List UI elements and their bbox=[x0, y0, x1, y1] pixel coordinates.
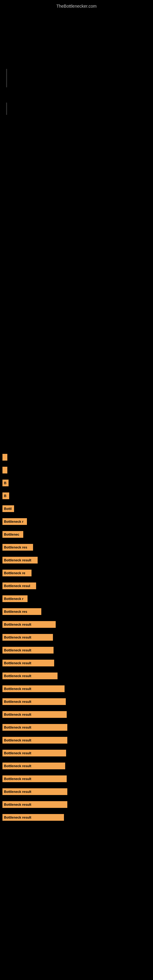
bar-row: Bottleneck re bbox=[2, 569, 67, 577]
bar-row: Bottlenec bbox=[2, 530, 67, 538]
bar-row: B bbox=[2, 492, 67, 500]
bar-label: Bottleneck result bbox=[2, 634, 53, 641]
bar-row: B bbox=[2, 479, 67, 487]
bar-row: Bottleneck result bbox=[2, 672, 67, 680]
bar-row: Bottleneck r bbox=[2, 595, 67, 603]
bar-label: Bottleneck result bbox=[2, 557, 38, 563]
bar-label: Bottleneck r bbox=[2, 595, 27, 602]
bar-label: Bottleneck res bbox=[2, 544, 33, 550]
bars-list: B B Bottl Bottleneck r Bottlenec Bottlen… bbox=[2, 453, 67, 821]
bar-row: Bottleneck result bbox=[2, 646, 67, 654]
bar-label: Bottleneck resul bbox=[2, 582, 36, 589]
bar-row: Bottleneck res bbox=[2, 543, 67, 551]
bar-label: Bottleneck result bbox=[2, 814, 64, 821]
bar-row: Bottleneck result bbox=[2, 556, 67, 564]
bar-label: Bottl bbox=[2, 505, 14, 512]
bar-label bbox=[2, 454, 7, 461]
bar-row: Bottleneck result bbox=[2, 633, 67, 641]
bar-label: Bottleneck result bbox=[2, 775, 67, 782]
bar-label: Bottlenec bbox=[2, 531, 23, 538]
bar-label: Bottleneck r bbox=[2, 518, 27, 525]
chart-area bbox=[6, 8, 147, 155]
bar-row: Bottleneck result bbox=[2, 736, 67, 744]
bar-row: Bottleneck resul bbox=[2, 582, 67, 590]
bar-label: Bottleneck result bbox=[2, 686, 65, 692]
bar-row: Bottleneck result bbox=[2, 620, 67, 628]
bar-label: Bottleneck result bbox=[2, 673, 57, 679]
bar-row: Bottleneck result bbox=[2, 685, 67, 693]
bar-label: Bottleneck result bbox=[2, 647, 54, 654]
bar-label: Bottleneck result bbox=[2, 737, 67, 744]
bar-label: Bottleneck result bbox=[2, 750, 66, 756]
bar-label: Bottleneck result bbox=[2, 698, 66, 705]
bar-row: Bottleneck result bbox=[2, 762, 67, 770]
bar-label: Bottleneck result bbox=[2, 660, 54, 667]
bar-label: B bbox=[2, 480, 9, 486]
bar-label: B bbox=[2, 492, 9, 499]
bar-row: Bottleneck result bbox=[2, 698, 67, 706]
bar-row: Bottleneck result bbox=[2, 775, 67, 783]
bar-label: Bottleneck result bbox=[2, 621, 56, 628]
bar-label: Bottleneck res bbox=[2, 608, 41, 615]
bar-label: Bottleneck result bbox=[2, 711, 67, 718]
bar-label: Bottleneck re bbox=[2, 570, 32, 576]
bar-row bbox=[2, 466, 67, 474]
bar-label: Bottleneck result bbox=[2, 801, 67, 808]
bar-label: Bottleneck result bbox=[2, 762, 65, 769]
bar-row: Bottleneck result bbox=[2, 813, 67, 821]
bar-row bbox=[2, 453, 67, 461]
bar-row: Bottleneck result bbox=[2, 788, 67, 795]
bar-label: Bottleneck result bbox=[2, 724, 67, 731]
bar-row: Bottleneck res bbox=[2, 608, 67, 616]
bar-row: Bottleneck result bbox=[2, 711, 67, 719]
bar-row: Bottleneck r bbox=[2, 517, 67, 525]
bar-row: Bottleneck result bbox=[2, 723, 67, 731]
bar-row: Bottl bbox=[2, 505, 67, 513]
bar-row: Bottleneck result bbox=[2, 659, 67, 667]
bar-row: Bottleneck result bbox=[2, 800, 67, 808]
bar-label bbox=[2, 467, 7, 474]
bar-row: Bottleneck result bbox=[2, 749, 67, 757]
bar-label: Bottleneck result bbox=[2, 788, 67, 795]
